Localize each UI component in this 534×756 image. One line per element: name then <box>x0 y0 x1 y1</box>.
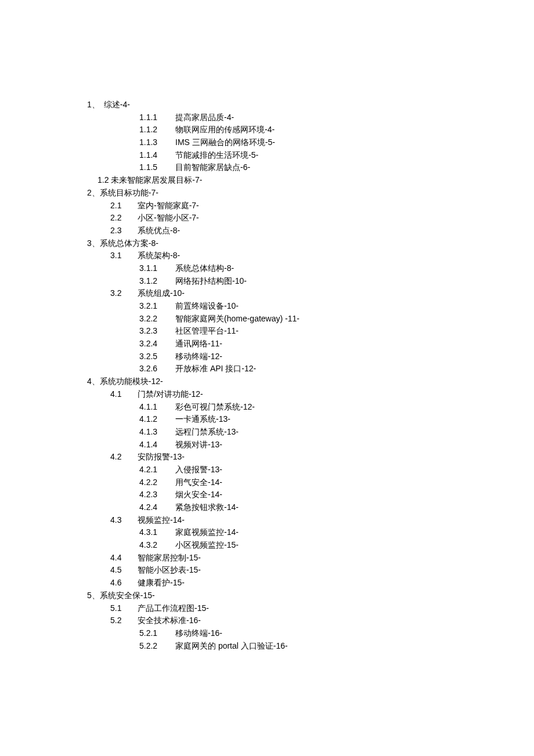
toc-entry-separator <box>171 526 175 539</box>
toc-entry: 4.1门禁/对讲功能-12- <box>87 388 534 401</box>
toc-entry: 1.1.1提高家居品质-4- <box>87 111 534 124</box>
toc-entry-separator <box>134 577 138 589</box>
toc-entry-label: 安全技术标准-16- <box>138 614 201 627</box>
toc-entry: 4.3.1家庭视频监控-14- <box>87 526 534 539</box>
toc-entry-number: 4.4 <box>110 552 134 565</box>
toc-entry-number: 4.1.2 <box>139 413 171 426</box>
toc-entry: 5.2.1移动终端-16- <box>87 627 534 640</box>
toc-entry-separator <box>171 640 175 653</box>
toc-entry-label: 视频对讲-13- <box>175 439 222 451</box>
toc-entry: 4.2.4紧急按钮求救-14- <box>87 501 534 514</box>
toc-entry-number: 5.1 <box>110 602 134 615</box>
toc-entry: 3.1系统架构-8- <box>87 249 534 262</box>
toc-entry-separator <box>171 275 175 288</box>
toc-entry: 1、综述-4- <box>87 99 534 111</box>
toc-entry-separator <box>171 489 175 501</box>
toc-entry-number: 5.2 <box>110 614 134 627</box>
toc-entry-number: 1、 <box>87 99 100 111</box>
toc-entry-label: 入侵报警-13- <box>175 464 222 476</box>
toc-entry: 4.2.1入侵报警-13- <box>87 464 534 476</box>
toc-entry: 2.3系统优点-8- <box>87 225 534 237</box>
toc-entry: 1.1.3IMS 三网融合的网络环境-5- <box>87 136 534 149</box>
toc-entry-number: 3.2.4 <box>139 338 171 350</box>
toc-entry-number: 4.2.2 <box>139 476 171 489</box>
toc-entry-label: 开放标准 API 接口-12- <box>175 363 256 375</box>
toc-entry: 1.1.2物联网应用的传感网环境-4- <box>87 124 534 136</box>
toc-entry-separator <box>171 401 175 414</box>
toc-entry-label: 产品工作流程图-15- <box>138 602 209 615</box>
toc-entry-separator <box>171 363 175 375</box>
toc-entry-label: 紧急按钮求救-14- <box>175 501 239 514</box>
toc-entry-number: 1.1.2 <box>139 124 171 136</box>
toc-entry-separator <box>171 439 175 451</box>
toc-entry: 2.2小区-智能小区-7- <box>87 212 534 225</box>
toc-entry: 5、系统安全保-15- <box>87 589 534 602</box>
toc-entry-label: 远程门禁系统-13- <box>175 426 239 439</box>
toc-entry-label: 彩色可视门禁系统-12- <box>175 401 255 414</box>
toc-entry-number: 1.1.5 <box>139 161 171 174</box>
toc-entry-separator <box>171 149 175 162</box>
toc-entry-label: IMS 三网融合的网络环境-5- <box>175 136 275 149</box>
toc-entry: 3.1.1系统总体结构-8- <box>87 262 534 275</box>
toc-entry-label: 系统架构-8- <box>138 249 180 262</box>
toc-entry-number: 4.2.3 <box>139 489 171 501</box>
toc-entry: 3.1.2网络拓扑结构图-10- <box>87 275 534 288</box>
toc-entry-separator <box>100 99 104 111</box>
toc-entry-number: 4.5 <box>110 564 134 577</box>
toc-entry: 3.2系统组成-10- <box>87 287 534 300</box>
toc-entry: 4.3.2小区视频监控-15- <box>87 539 534 552</box>
toc-entry-label: 健康看护-15- <box>138 577 185 589</box>
toc-entry-separator <box>134 287 138 300</box>
toc-entry-separator <box>171 501 175 514</box>
toc-entry-separator <box>171 262 175 275</box>
toc-entry-separator <box>171 539 175 552</box>
toc-entry: 4、系统功能模块-12- <box>87 375 534 388</box>
toc-entry: 4.6健康看护-15- <box>87 577 534 589</box>
toc-entry-number: 4.1.1 <box>139 401 171 414</box>
toc-entry-number: 4.6 <box>110 577 134 589</box>
toc-entry-label: 网络拓扑结构图-10- <box>175 275 247 288</box>
toc-entry-label: 烟火安全-14- <box>175 489 222 501</box>
toc-entry-separator <box>171 426 175 439</box>
toc-entry-separator <box>134 225 138 237</box>
toc-entry-separator <box>171 111 175 124</box>
toc-entry-separator <box>171 627 175 640</box>
toc-entry-label: 系统组成-10- <box>138 287 185 300</box>
toc-entry-separator <box>134 388 138 401</box>
toc-entry-label: 小区-智能小区-7- <box>138 212 199 225</box>
toc-entry-separator <box>171 300 175 313</box>
toc-entry: 2.1室内-智能家庭-7- <box>87 200 534 212</box>
toc-entry-number: 4.3.1 <box>139 526 171 539</box>
toc-entry-label: 物联网应用的传感网环境-4- <box>175 124 275 136</box>
toc-entry: 4.2安防报警-13- <box>87 451 534 464</box>
toc-entry: 4.4智能家居控制-15- <box>87 552 534 565</box>
toc-entry-label: 智能家庭网关(home-gateway) -11- <box>175 313 300 325</box>
toc-entry-number: 4.1 <box>110 388 134 401</box>
toc-entry-label: 门禁/对讲功能-12- <box>138 388 203 401</box>
toc-entry-label: 小区视频监控-15- <box>175 539 239 552</box>
toc-entry-number: 3.1.2 <box>139 275 171 288</box>
toc-entry-label: 综述-4- <box>104 99 130 111</box>
toc-entry: 4.5智能小区抄表-15- <box>87 564 534 577</box>
toc-entry: 3.2.6开放标准 API 接口-12- <box>87 363 534 375</box>
toc-entry: 4.2.3烟火安全-14- <box>87 489 534 501</box>
document-page: 1、综述-4-1.1.1提高家居品质-4-1.1.2物联网应用的传感网环境-4-… <box>0 0 534 756</box>
toc-entry-label: 一卡通系统-13- <box>175 413 230 426</box>
toc-entry-number: 5.2.2 <box>139 640 171 653</box>
toc-entry-number: 3.2.3 <box>139 325 171 338</box>
toc-entry-separator <box>171 413 175 426</box>
toc-entry-separator <box>134 200 138 212</box>
toc-entry-number: 1.1.1 <box>139 111 171 124</box>
toc-entry: 4.1.2一卡通系统-13- <box>87 413 534 426</box>
toc-entry-separator <box>171 338 175 350</box>
toc-entry-number: 2.1 <box>110 200 134 212</box>
toc-entry-separator <box>171 136 175 149</box>
toc-entry: 3.2.4通讯网络-11- <box>87 338 534 350</box>
toc-entry-number: 3.1.1 <box>139 262 171 275</box>
toc-entry-number: 3.2.2 <box>139 313 171 325</box>
toc-entry-separator <box>171 313 175 325</box>
toc-entry-number: 4.1.3 <box>139 426 171 439</box>
toc-entry-number: 4.3 <box>110 514 134 527</box>
toc-entry: 4.1.4视频对讲-13- <box>87 439 534 451</box>
toc-entry-separator <box>134 451 138 464</box>
